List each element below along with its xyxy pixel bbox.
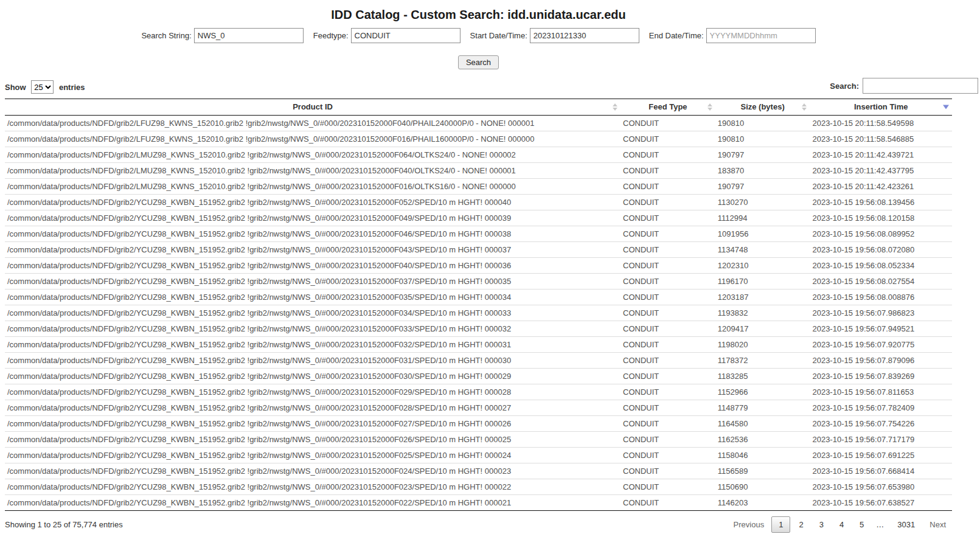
cell-feed-type: CONDUIT xyxy=(620,258,715,274)
column-header-label: Insertion Time xyxy=(854,102,908,111)
cell-size-bytes: 1158046 xyxy=(715,448,810,463)
table-row: /common/data/products/NDFD/grib2/YCUZ98_… xyxy=(5,274,952,290)
next-page-button[interactable]: Next xyxy=(923,516,952,533)
column-header-feed-type[interactable]: Feed Type xyxy=(620,99,715,116)
cell-product-id: /common/data/products/NDFD/grib2/YCUZ98_… xyxy=(5,337,620,353)
previous-page-button[interactable]: Previous xyxy=(728,516,771,533)
table-row: /common/data/products/NDFD/grib2/YCUZ98_… xyxy=(5,384,952,400)
start-datetime-input[interactable] xyxy=(530,28,639,43)
cell-feed-type: CONDUIT xyxy=(620,353,715,369)
table-row: /common/data/products/NDFD/grib2/YCUZ98_… xyxy=(5,463,952,479)
cell-insertion-time: 2023-10-15 19:56:07.879096 xyxy=(810,353,952,369)
end-datetime-input[interactable] xyxy=(706,28,816,43)
cell-product-id: /common/data/products/NDFD/grib2/LFUZ98_… xyxy=(5,116,620,131)
cell-insertion-time: 2023-10-15 19:56:07.653980 xyxy=(810,479,952,495)
cell-feed-type: CONDUIT xyxy=(620,116,715,131)
end-datetime-field: End Date/Time: xyxy=(649,28,816,43)
cell-product-id: /common/data/products/NDFD/grib2/LMUZ98_… xyxy=(5,163,620,179)
cell-feed-type: CONDUIT xyxy=(620,321,715,337)
cell-product-id: /common/data/products/NDFD/grib2/YCUZ98_… xyxy=(5,416,620,432)
cell-product-id: /common/data/products/NDFD/grib2/YCUZ98_… xyxy=(5,384,620,400)
entries-label: entries xyxy=(59,83,85,92)
feedtype-input[interactable] xyxy=(351,28,460,43)
cell-product-id: /common/data/products/NDFD/grib2/YCUZ98_… xyxy=(5,290,620,305)
column-header-product-id[interactable]: Product ID xyxy=(5,99,620,116)
cell-product-id: /common/data/products/NDFD/grib2/LMUZ98_… xyxy=(5,147,620,163)
column-header-insertion-time[interactable]: Insertion Time xyxy=(810,99,952,116)
table-row: /common/data/products/NDFD/grib2/YCUZ98_… xyxy=(5,305,952,321)
table-footer: Showing 1 to 25 of 75,774 entries Previo… xyxy=(5,516,952,533)
search-string-label: Search String: xyxy=(141,31,191,40)
cell-size-bytes: 1130270 xyxy=(715,195,810,210)
cell-size-bytes: 1193832 xyxy=(715,305,810,321)
page-button-1[interactable]: 1 xyxy=(771,516,790,533)
cell-feed-type: CONDUIT xyxy=(620,242,715,258)
table-row: /common/data/products/NDFD/grib2/YCUZ98_… xyxy=(5,226,952,242)
page-button-2[interactable]: 2 xyxy=(791,516,810,533)
cell-feed-type: CONDUIT xyxy=(620,131,715,147)
cell-product-id: /common/data/products/NDFD/grib2/YCUZ98_… xyxy=(5,226,620,242)
cell-insertion-time: 2023-10-15 19:56:08.052334 xyxy=(810,258,952,274)
table-row: /common/data/products/NDFD/grib2/YCUZ98_… xyxy=(5,195,952,210)
cell-product-id: /common/data/products/NDFD/grib2/YCUZ98_… xyxy=(5,479,620,495)
cell-size-bytes: 1150690 xyxy=(715,479,810,495)
table-row: /common/data/products/NDFD/grib2/YCUZ98_… xyxy=(5,448,952,463)
table-row: /common/data/products/NDFD/grib2/LFUZ98_… xyxy=(5,116,952,131)
sort-descending-icon xyxy=(943,105,949,109)
column-header-label: Size (bytes) xyxy=(740,102,784,111)
cell-size-bytes: 1112994 xyxy=(715,210,810,226)
cell-size-bytes: 1202310 xyxy=(715,258,810,274)
search-button[interactable]: Search xyxy=(458,55,499,69)
cell-feed-type: CONDUIT xyxy=(620,369,715,384)
cell-feed-type: CONDUIT xyxy=(620,195,715,210)
cell-insertion-time: 2023-10-15 19:56:08.008876 xyxy=(810,290,952,305)
search-string-input[interactable] xyxy=(194,28,304,43)
table-row: /common/data/products/NDFD/grib2/YCUZ98_… xyxy=(5,369,952,384)
table-row: /common/data/products/NDFD/grib2/LMUZ98_… xyxy=(5,147,952,163)
cell-size-bytes: 1164580 xyxy=(715,416,810,432)
table-row: /common/data/products/NDFD/grib2/LMUZ98_… xyxy=(5,163,952,179)
filter-input[interactable] xyxy=(863,78,978,94)
cell-product-id: /common/data/products/NDFD/grib2/YCUZ98_… xyxy=(5,305,620,321)
page-button-5[interactable]: 5 xyxy=(852,516,871,533)
cell-size-bytes: 1196170 xyxy=(715,274,810,290)
cell-insertion-time: 2023-10-15 19:56:08.072080 xyxy=(810,242,952,258)
cell-product-id: /common/data/products/NDFD/grib2/LMUZ98_… xyxy=(5,179,620,195)
table-row: /common/data/products/NDFD/grib2/YCUZ98_… xyxy=(5,353,952,369)
cell-insertion-time: 2023-10-15 19:56:07.949521 xyxy=(810,321,952,337)
page-length-select[interactable]: 25 xyxy=(31,80,54,94)
cell-feed-type: CONDUIT xyxy=(620,463,715,479)
cell-insertion-time: 2023-10-15 19:56:07.717179 xyxy=(810,432,952,448)
table-row: /common/data/products/NDFD/grib2/YCUZ98_… xyxy=(5,290,952,305)
cell-insertion-time: 2023-10-15 20:11:42.423261 xyxy=(810,179,952,195)
cell-product-id: /common/data/products/NDFD/grib2/YCUZ98_… xyxy=(5,369,620,384)
cell-feed-type: CONDUIT xyxy=(620,305,715,321)
cell-feed-type: CONDUIT xyxy=(620,448,715,463)
custom-search-form: Search String: Feedtype: Start Date/Time… xyxy=(5,28,952,43)
table-row: /common/data/products/NDFD/grib2/YCUZ98_… xyxy=(5,432,952,448)
cell-feed-type: CONDUIT xyxy=(620,274,715,290)
sort-both-icon xyxy=(802,103,807,111)
page-button-3[interactable]: 3 xyxy=(812,516,831,533)
idd-catalog-page: IDD Catalog - Custom Search: idd.unidata… xyxy=(5,8,952,533)
cell-insertion-time: 2023-10-15 19:56:07.986823 xyxy=(810,305,952,321)
table-controls: Show 25 entries Search: xyxy=(5,79,952,95)
cell-size-bytes: 1148779 xyxy=(715,400,810,416)
cell-product-id: /common/data/products/NDFD/grib2/YCUZ98_… xyxy=(5,400,620,416)
table-row: /common/data/products/NDFD/grib2/YCUZ98_… xyxy=(5,337,952,353)
cell-size-bytes: 1162536 xyxy=(715,432,810,448)
cell-product-id: /common/data/products/NDFD/grib2/YCUZ98_… xyxy=(5,210,620,226)
page-title: IDD Catalog - Custom Search: idd.unidata… xyxy=(5,8,952,22)
end-datetime-label: End Date/Time: xyxy=(649,31,704,40)
pagination: Previous12345…3031Next xyxy=(726,516,952,533)
cell-size-bytes: 1178372 xyxy=(715,353,810,369)
cell-feed-type: CONDUIT xyxy=(620,226,715,242)
cell-feed-type: CONDUIT xyxy=(620,210,715,226)
page-button-3031[interactable]: 3031 xyxy=(890,516,922,533)
cell-product-id: /common/data/products/NDFD/grib2/YCUZ98_… xyxy=(5,258,620,274)
page-button-4[interactable]: 4 xyxy=(832,516,851,533)
column-header-size-bytes[interactable]: Size (bytes) xyxy=(715,99,810,116)
cell-insertion-time: 2023-10-15 19:56:07.920775 xyxy=(810,337,952,353)
cell-feed-type: CONDUIT xyxy=(620,432,715,448)
cell-feed-type: CONDUIT xyxy=(620,337,715,353)
